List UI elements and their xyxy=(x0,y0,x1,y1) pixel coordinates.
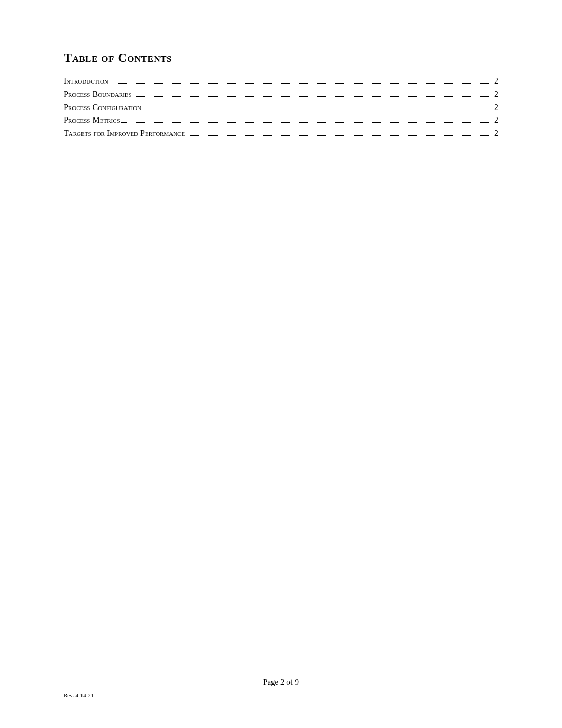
toc-entry: Introduction 2 xyxy=(64,75,498,88)
toc-entry: Targets for Improved Performance 2 xyxy=(64,127,498,140)
toc-leader-dots xyxy=(186,135,493,136)
toc-entry-page: 2 xyxy=(494,114,498,127)
toc-list: Introduction 2 Process Boundaries 2 Proc… xyxy=(64,75,498,140)
toc-entry-page: 2 xyxy=(494,88,498,101)
document-page: Table of Contents Introduction 2 Process… xyxy=(0,0,562,140)
toc-entry-page: 2 xyxy=(494,75,498,88)
revision-label: Rev. 4-14-21 xyxy=(64,692,94,698)
toc-leader-dots xyxy=(110,83,493,84)
toc-entry: Process Boundaries 2 xyxy=(64,88,498,101)
toc-entry-label: Process Boundaries xyxy=(64,88,132,101)
toc-leader-dots xyxy=(133,96,493,97)
page-footer: Page 2 of 9 Rev. 4-14-21 xyxy=(0,678,562,687)
toc-title: Table of Contents xyxy=(64,51,498,65)
toc-leader-dots xyxy=(121,122,493,123)
toc-entry-page: 2 xyxy=(494,101,498,114)
toc-entry-label: Process Metrics xyxy=(64,114,120,127)
toc-entry-page: 2 xyxy=(494,127,498,140)
toc-entry: Process Metrics 2 xyxy=(64,114,498,127)
page-number: Page 2 of 9 xyxy=(0,678,562,687)
toc-entry: Process Configuration 2 xyxy=(64,101,498,114)
toc-entry-label: Targets for Improved Performance xyxy=(64,127,185,140)
toc-leader-dots xyxy=(142,110,493,110)
toc-entry-label: Process Configuration xyxy=(64,101,141,114)
toc-entry-label: Introduction xyxy=(64,75,108,88)
